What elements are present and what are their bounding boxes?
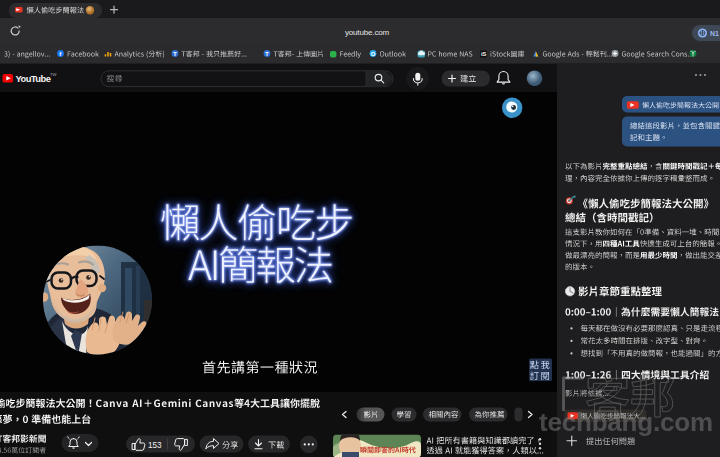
svg-text:TW: TW [50,72,57,77]
svg-text:techbang.com: techbang.com [539,407,713,437]
svg-text:youtube.com: youtube.com [345,28,390,37]
svg-text:153: 153 [148,441,162,450]
svg-text:O: O [371,51,376,57]
svg-text:T: T [173,51,177,57]
svg-text:N1: N1 [710,30,719,37]
svg-text:iS: iS [481,51,487,57]
svg-text:YouTube: YouTube [16,73,51,84]
svg-text:T: T [265,51,269,57]
